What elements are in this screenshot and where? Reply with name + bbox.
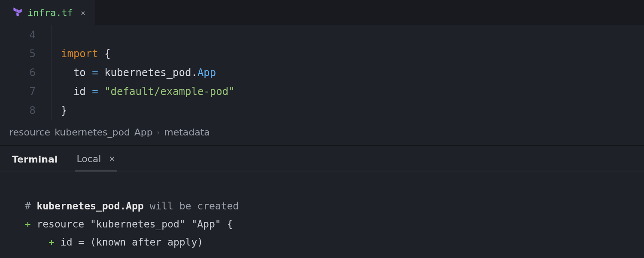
terraform-file-icon xyxy=(13,7,22,18)
terminal-line: + resource "kubernetes_pod" "App" { xyxy=(13,218,233,230)
terminal-tab-local[interactable]: Local ✕ xyxy=(75,154,117,172)
terminal-line: # kubernetes_pod.App will be created xyxy=(13,200,239,212)
line-number: 7 xyxy=(0,82,52,101)
chevron-right-icon: › xyxy=(157,128,160,136)
terminal-panel-title[interactable]: Terminal xyxy=(12,154,58,172)
terminal-panel-header: Terminal Local ✕ xyxy=(0,146,644,172)
line-number: 4 xyxy=(0,25,52,44)
breadcrumb-segment[interactable]: resource xyxy=(9,127,50,138)
svg-marker-3 xyxy=(16,12,19,16)
code-line xyxy=(52,25,67,44)
svg-marker-2 xyxy=(19,9,22,13)
close-icon[interactable]: ✕ xyxy=(109,154,115,163)
line-number: 6 xyxy=(0,63,52,82)
code-line: import { xyxy=(52,44,111,63)
svg-marker-0 xyxy=(13,7,16,12)
editor-tab-infra-tf[interactable]: infra.tf ✕ xyxy=(0,0,95,25)
terminal-line: + id = (known after apply) xyxy=(13,236,203,248)
editor-tab-bar: infra.tf ✕ xyxy=(0,0,644,25)
code-line: id = "default/example-pod" xyxy=(52,82,235,101)
breadcrumb-segment[interactable]: App xyxy=(134,127,153,138)
editor-tab-label: infra.tf xyxy=(27,7,73,18)
breadcrumb-segment[interactable]: metadata xyxy=(164,127,210,138)
terminal-tab-label: Local xyxy=(76,154,101,164)
code-editor[interactable]: 4 5 import { 6 to = kubernetes_pod.App 7… xyxy=(0,25,644,120)
close-icon[interactable]: ✕ xyxy=(81,8,85,17)
svg-marker-1 xyxy=(16,9,19,13)
breadcrumb-segment[interactable]: kubernetes_pod xyxy=(55,127,130,138)
code-line: } xyxy=(52,101,67,120)
terminal-output[interactable]: # kubernetes_pod.App will be created + r… xyxy=(0,172,644,258)
line-number: 5 xyxy=(0,44,52,63)
line-number: 8 xyxy=(0,101,52,120)
ide-root: infra.tf ✕ 4 5 import { 6 to = kubernete… xyxy=(0,0,644,258)
breadcrumb[interactable]: resource kubernetes_pod App › metadata xyxy=(0,120,644,146)
code-line: to = kubernetes_pod.App xyxy=(52,63,216,82)
